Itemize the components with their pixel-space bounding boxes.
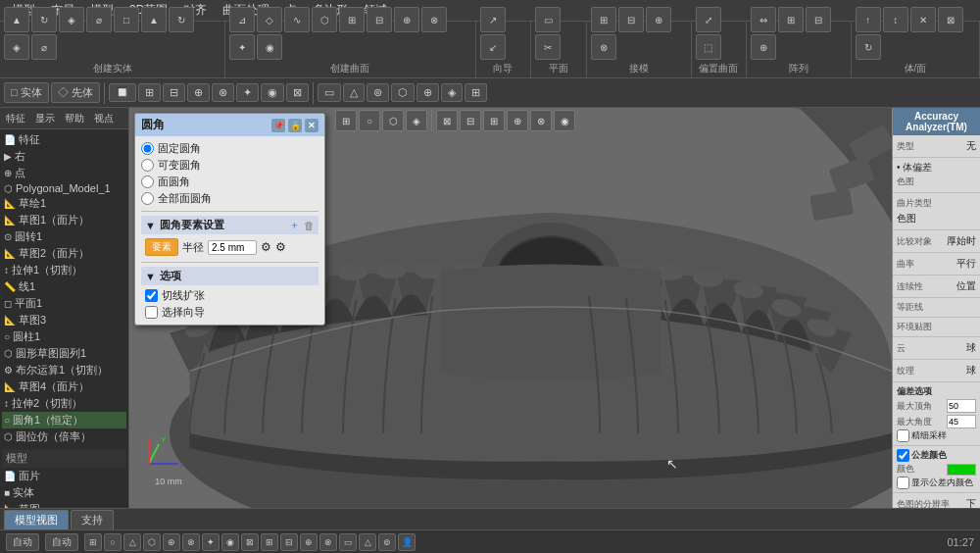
tb2-btn15[interactable]: ⊞ <box>465 83 487 102</box>
fillet-direction-checkbox[interactable]: 选择向导 <box>141 304 318 321</box>
tree-model-face[interactable]: 📄 面片 <box>2 468 126 484</box>
guide2-icon[interactable]: ↙ <box>480 34 506 60</box>
vt-btn2[interactable]: ○ <box>359 110 380 131</box>
guide1-icon[interactable]: ↗ <box>480 7 506 32</box>
status-icon12[interactable]: ⊕ <box>300 533 318 551</box>
fillet-fixed-option[interactable]: 固定圆角 <box>141 140 318 157</box>
status-icon9[interactable]: ⊠ <box>241 533 259 551</box>
tree-item-revolve[interactable]: ⊙ 圆转1 <box>2 228 126 245</box>
status-icon1[interactable]: ⊞ <box>84 533 102 551</box>
lpt-view[interactable]: 视点 <box>90 111 118 126</box>
tree-item-sketch1[interactable]: 📐 草绘1 <box>2 195 126 212</box>
tb2-btn3[interactable]: ⊟ <box>163 83 185 102</box>
vt-btn5[interactable]: ⊠ <box>436 110 458 131</box>
mold1-icon[interactable]: ⊞ <box>591 7 616 32</box>
fillet-extend-checkbox[interactable]: 切线扩张 <box>141 287 318 304</box>
vt-btn6[interactable]: ⊟ <box>460 110 481 131</box>
tree-item-poly[interactable]: ⬡ Polygonal_Model_1 <box>2 181 126 195</box>
tree-item-sketch4[interactable]: 📐 草图3 <box>2 312 126 328</box>
extrude2-icon[interactable]: ▲ <box>141 7 167 32</box>
tree-item-point[interactable]: ⊕ 点 <box>2 165 126 181</box>
fillet-close-icon[interactable]: ✕ <box>305 119 318 132</box>
rp-showtol-check[interactable] <box>897 477 909 489</box>
status-speed-btn[interactable]: 自动 <box>45 533 78 551</box>
status-icon7[interactable]: ✦ <box>202 533 220 551</box>
fillet-pin-icon[interactable]: 📌 <box>271 119 285 132</box>
fillet-delete-icon[interactable]: 🗑 <box>304 220 315 231</box>
surface10-icon[interactable]: ◉ <box>257 34 282 60</box>
rp-poscolor-swatch[interactable] <box>947 464 976 476</box>
fillet-options-icon2[interactable]: ⚙ <box>275 240 286 254</box>
delete-face-icon[interactable]: ✕ <box>910 7 936 32</box>
tree-item-boolean[interactable]: ⚙ 布尔运算1（切割） <box>2 362 126 378</box>
status-icon4[interactable]: ⬡ <box>143 533 161 551</box>
tb2-btn13[interactable]: ⊕ <box>416 83 439 102</box>
offset2-icon[interactable]: ⬚ <box>696 34 721 60</box>
extrude-icon[interactable]: ▲ <box>4 7 29 32</box>
tb2-btn6[interactable]: ✦ <box>236 83 259 102</box>
sweep-icon[interactable]: ⌀ <box>86 7 112 32</box>
status-icon3[interactable]: △ <box>123 533 141 551</box>
tree-model-solid[interactable]: ■ 实体 <box>2 484 126 501</box>
move-face-icon[interactable]: ⊕ <box>751 34 776 60</box>
tree-item-circular-array[interactable]: ⬡ 圆形草图圆列1 <box>2 345 126 362</box>
mold2-icon[interactable]: ⊟ <box>618 7 644 32</box>
tb2-btn8[interactable]: ⊠ <box>286 83 309 102</box>
lpt-feature[interactable]: 特征 <box>2 111 29 126</box>
vt-btn10[interactable]: ◉ <box>554 110 575 131</box>
status-mode-btn[interactable]: 自动 <box>6 533 39 551</box>
fillet-options-section[interactable]: ▼ 选项 <box>141 267 318 285</box>
split-face-icon[interactable]: ⊟ <box>806 7 831 32</box>
tb2-btn10[interactable]: △ <box>343 83 365 102</box>
revolve-icon[interactable]: ↻ <box>31 7 57 32</box>
tb2-btn1[interactable]: 🔲 <box>109 83 136 102</box>
vt-btn9[interactable]: ⊗ <box>530 110 552 131</box>
tab-support[interactable]: 支持 <box>71 510 114 529</box>
fillet-variable-radio[interactable] <box>141 159 154 172</box>
surface4-icon[interactable]: ⬡ <box>312 7 337 32</box>
tree-item-cylinder[interactable]: ○ 圆柱1 <box>2 328 126 345</box>
fillet-face-radio[interactable] <box>141 176 154 188</box>
surface6-icon[interactable]: ⊟ <box>367 7 392 32</box>
vt-btn7[interactable]: ⊞ <box>483 110 505 131</box>
fillet-radius-input[interactable] <box>208 240 257 255</box>
status-icon13[interactable]: ⊗ <box>319 533 337 551</box>
fillet-add-icon[interactable]: ＋ <box>289 218 300 232</box>
rp-sampling-checkbox[interactable]: 精细采样 <box>897 429 976 442</box>
tb2-btn5[interactable]: ⊗ <box>212 83 234 102</box>
tree-item-extrude[interactable]: ↕ 拉伸1（切割） <box>2 262 126 278</box>
surface8-icon[interactable]: ⊗ <box>421 7 447 32</box>
tb2-btn7[interactable]: ◉ <box>261 83 284 102</box>
revolve2-icon[interactable]: ↻ <box>169 7 194 32</box>
fillet-full-radio[interactable] <box>141 192 154 205</box>
status-icon10[interactable]: ⊞ <box>261 533 278 551</box>
status-icon14[interactable]: ▭ <box>339 533 357 551</box>
status-icon16[interactable]: ⊚ <box>378 533 396 551</box>
fillet-full-option[interactable]: 全部面圆角 <box>141 190 318 207</box>
tree-item-sketch3[interactable]: 📐 草图2（面片） <box>2 245 126 262</box>
fillet-direction-check[interactable] <box>145 306 158 319</box>
vt-btn4[interactable]: ◈ <box>406 110 427 131</box>
fillet-elements-section[interactable]: ▼ 圆角要素设置 ＋ 🗑 <box>141 216 318 234</box>
tb2-btn12[interactable]: ⬡ <box>391 83 415 102</box>
tb2-btn2[interactable]: ⊞ <box>138 83 161 102</box>
replace-face-icon[interactable]: ↻ <box>856 34 881 60</box>
sweep2-icon[interactable]: ⌀ <box>31 34 57 60</box>
lpt-display[interactable]: 显示 <box>31 111 59 126</box>
mirror-icon[interactable]: ⇔ <box>751 7 776 32</box>
fillet-variable-option[interactable]: 可变圆角 <box>141 157 318 174</box>
tree-item-sketch2[interactable]: 📐 草图1（面片） <box>2 212 126 228</box>
tree-item-feature[interactable]: 📄 特征 <box>2 131 126 148</box>
tree-item-line[interactable]: 📏 线1 <box>2 278 126 295</box>
surface5-icon[interactable]: ⊞ <box>339 7 365 32</box>
status-icon11[interactable]: ⊟ <box>280 533 298 551</box>
vt-btn8[interactable]: ⊕ <box>507 110 528 131</box>
fillet-options-icon1[interactable]: ⚙ <box>261 240 271 254</box>
fillet-element-button[interactable]: 要素 <box>145 238 178 256</box>
tree-item-plane[interactable]: ◻ 平面1 <box>2 295 126 312</box>
array1-icon[interactable]: ⊞ <box>778 7 804 32</box>
tree-item-sketch5[interactable]: 📐 草图4（面片） <box>2 378 126 395</box>
mold3-icon[interactable]: ⊕ <box>646 7 671 32</box>
tb2-face-btn[interactable]: ◇ 先体 <box>51 82 100 103</box>
surface9-icon[interactable]: ✦ <box>229 34 255 60</box>
